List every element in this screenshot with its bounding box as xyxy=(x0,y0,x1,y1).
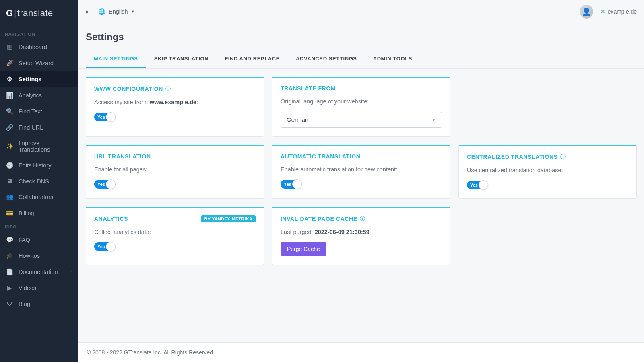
sidebar: G|translate NAVIGATION ▦Dashboard🚀Setup … xyxy=(0,0,78,362)
chevron-down-icon: ▼ xyxy=(432,117,436,122)
toggle-url-translation[interactable]: Yes xyxy=(94,180,115,189)
tab-main-settings[interactable]: MAIN SETTINGS xyxy=(86,50,146,68)
sidebar-item-improve-translations[interactable]: ✨Improve Translations xyxy=(0,136,78,157)
nav-icon: 💬 xyxy=(6,236,13,243)
info-icon[interactable]: ⓘ xyxy=(360,215,365,222)
card-translate-from: TRANSLATE FROM Original language of your… xyxy=(272,77,450,137)
logo-g: G xyxy=(6,8,13,18)
sidebar-item-analytics[interactable]: 📊Analytics xyxy=(0,87,78,103)
sidebar-item-label: Blog xyxy=(19,301,30,307)
nav-icon: 🗨 xyxy=(6,300,13,307)
tab-admin-tools[interactable]: ADMIN TOOLS xyxy=(365,50,420,68)
card-title: AUTOMATIC TRANSLATION xyxy=(281,153,360,160)
tabs: MAIN SETTINGSSKIP TRANSLATIONFIND AND RE… xyxy=(78,50,644,69)
nav-icon: ▶ xyxy=(6,284,13,292)
sidebar-item-label: Documentation xyxy=(19,269,58,275)
nav-icon: 🔗 xyxy=(6,124,13,131)
toggle-centralized[interactable]: Yes xyxy=(467,181,488,189)
nav-icon: ▦ xyxy=(6,43,13,51)
toggle-automatic-translation[interactable]: Yes xyxy=(281,180,301,189)
sidebar-item-blog[interactable]: 🗨Blog xyxy=(0,296,78,312)
toggle-analytics[interactable]: Yes xyxy=(94,242,115,251)
nav-icon: 👥 xyxy=(6,193,13,201)
nav-section-navigation: NAVIGATION xyxy=(0,29,78,39)
sidebar-item-setup-wizard[interactable]: 🚀Setup Wizard xyxy=(0,55,78,71)
sidebar-item-edits-history[interactable]: 🕘Edits History xyxy=(0,157,78,173)
sidebar-item-label: Find URL xyxy=(19,124,43,131)
sidebar-item-label: Analytics xyxy=(19,92,42,99)
sidebar-item-label: Billing xyxy=(19,210,34,216)
sidebar-item-dashboard[interactable]: ▦Dashboard xyxy=(0,39,78,55)
tab-skip-translation[interactable]: SKIP TRANSLATION xyxy=(146,50,217,68)
footer: © 2008 - 2022 GTranslate Inc. All Rights… xyxy=(78,342,644,362)
toggle-www[interactable]: Yes xyxy=(94,113,115,121)
sidebar-item-videos[interactable]: ▶Videos xyxy=(0,280,78,296)
tab-find-and-replace[interactable]: FIND AND REPLACE xyxy=(217,50,288,68)
toggle-knob xyxy=(106,112,116,122)
sidebar-item-how-tos[interactable]: 🎓How-tos xyxy=(0,248,78,264)
content: WWW CONFIGURATION ⓘ Access my site from:… xyxy=(78,69,644,342)
sidebar-item-check-dns[interactable]: 🖥Check DNS xyxy=(0,173,78,189)
nav-icon: 📄 xyxy=(6,268,13,276)
tab-advanced-settings[interactable]: ADVANCED SETTINGS xyxy=(288,50,365,68)
sidebar-item-label: Dashboard xyxy=(19,44,47,50)
nav-icon: 🕘 xyxy=(6,162,13,169)
nav-icon: ⚙ xyxy=(6,76,13,83)
sidebar-item-collaborators[interactable]: 👥Collaborators xyxy=(0,189,78,205)
card-desc: Enable for all pages: xyxy=(94,165,256,174)
info-icon[interactable]: ⓘ xyxy=(560,153,566,160)
sidebar-item-label: Improve Translations xyxy=(19,140,72,153)
chevron-right-icon: › xyxy=(71,270,72,274)
nav-icon: 🚀 xyxy=(6,60,13,67)
sidebar-item-billing[interactable]: 💳Billing xyxy=(0,205,78,221)
nav-icon: 🎓 xyxy=(6,252,13,259)
card-title: WWW CONFIGURATION xyxy=(94,86,163,92)
select-original-language[interactable]: German ▼ xyxy=(281,112,442,128)
sidebar-item-label: Settings xyxy=(19,76,41,82)
card-desc: Last purged: 2022-06-09 21:30:59 xyxy=(281,228,442,237)
avatar[interactable]: 👤 xyxy=(580,5,593,19)
domain-label[interactable]: ✕ example.de xyxy=(601,8,637,15)
logo-divider: | xyxy=(14,8,17,18)
card-title: CENTRALIZED TRANSLATIONS xyxy=(467,154,558,160)
sidebar-item-label: FAQ xyxy=(19,237,30,243)
sidebar-item-documentation[interactable]: 📄Documentation› xyxy=(0,264,78,280)
sidebar-item-label: Videos xyxy=(19,285,36,291)
nav-icon: 🖥 xyxy=(6,178,13,185)
logo[interactable]: G|translate xyxy=(0,0,78,29)
sidebar-item-faq[interactable]: 💬FAQ xyxy=(0,232,78,248)
chevron-down-icon: ▼ xyxy=(131,10,135,14)
language-label: English xyxy=(109,8,128,15)
purge-cache-button[interactable]: Purge Cache xyxy=(281,242,326,256)
card-automatic-translation: AUTOMATIC TRANSLATION Enable automatic t… xyxy=(272,145,450,199)
sidebar-item-settings[interactable]: ⚙Settings xyxy=(0,71,78,87)
sidebar-item-label: How-tos xyxy=(19,253,40,259)
select-value: German xyxy=(287,116,308,123)
card-desc: Original language of your website: xyxy=(281,97,442,106)
card-url-translation: URL TRANSLATION Enable for all pages: Ye… xyxy=(86,145,264,199)
main: ⇤ 🌐 English ▼ 👤 ✕ example.de Settings MA… xyxy=(78,0,644,362)
sidebar-collapse-button[interactable]: ⇤ xyxy=(86,8,91,16)
card-invalidate-cache: INVALIDATE PAGE CACHE ⓘ Last purged: 202… xyxy=(272,207,450,265)
info-icon[interactable]: ⓘ xyxy=(165,85,171,93)
sidebar-item-label: Edits History xyxy=(19,162,51,169)
card-title: INVALIDATE PAGE CACHE xyxy=(281,216,357,222)
nav-icon: 💳 xyxy=(6,210,13,217)
nav-icon: ✨ xyxy=(6,143,13,150)
sidebar-item-find-url[interactable]: 🔗Find URL xyxy=(0,119,78,136)
card-analytics: ANALYTICS BY YANDEX METRIKA Collect anal… xyxy=(86,207,264,265)
sidebar-item-label: Check DNS xyxy=(19,178,49,185)
card-title: ANALYTICS xyxy=(94,216,128,222)
translate-icon: 🌐 xyxy=(98,8,105,15)
card-desc: Collect analytics data: xyxy=(94,228,256,237)
sidebar-item-label: Find Text xyxy=(19,108,42,115)
page-title: Settings xyxy=(78,23,644,50)
card-desc: Access my site from: www.example.de: xyxy=(94,98,256,107)
card-title: TRANSLATE FROM xyxy=(281,85,336,92)
sidebar-item-find-text[interactable]: 🔍Find Text xyxy=(0,103,78,119)
language-selector[interactable]: 🌐 English ▼ xyxy=(98,8,134,15)
card-desc: Use centralized translation database: xyxy=(467,166,628,175)
sidebar-item-label: Setup Wizard xyxy=(19,60,54,66)
nav-icon: 📊 xyxy=(6,92,13,99)
topbar: ⇤ 🌐 English ▼ 👤 ✕ example.de xyxy=(78,0,644,23)
